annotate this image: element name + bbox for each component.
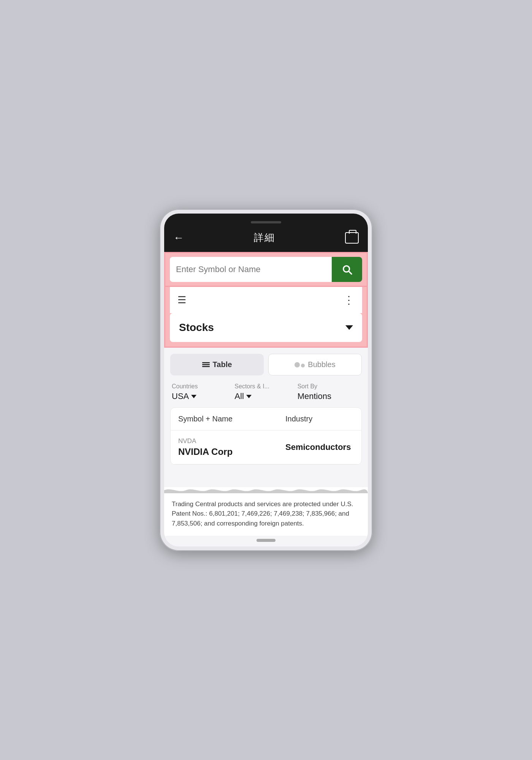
table-row[interactable]: NVDA NVIDIA Corp Semiconductors [171, 431, 361, 464]
hamburger-menu-button[interactable]: ☰ [174, 287, 189, 313]
table-view-label: Table [213, 360, 232, 369]
search-icon [341, 263, 353, 276]
wavy-divider [164, 487, 368, 493]
sectors-filter-value[interactable]: All [234, 391, 297, 401]
sectors-dropdown-arrow-icon [246, 395, 252, 398]
sortby-filter-value[interactable]: Mentions [298, 391, 360, 401]
col2-header: Industry [285, 415, 354, 423]
table-header: Symbol + Name Industry [171, 408, 361, 431]
more-options-button[interactable]: ⋮ [340, 287, 358, 313]
sectors-filter[interactable]: Sectors & I... All [234, 383, 297, 401]
back-button[interactable]: ← [173, 232, 184, 244]
sectors-filter-label: Sectors & I... [234, 383, 297, 390]
stock-ticker: NVDA [178, 437, 285, 445]
bubbles-view-icon [294, 362, 305, 367]
home-pill [256, 539, 276, 542]
filters-row: Countries USA Sectors & I... All Sort By [170, 383, 362, 401]
page-title: 詳細 [254, 231, 275, 244]
countries-filter-label: Countries [172, 383, 234, 390]
table-view-icon [202, 362, 210, 367]
bubbles-view-button[interactable]: Bubbles [268, 354, 362, 375]
search-row [170, 257, 362, 282]
stocks-highlight-area: Stocks [164, 313, 368, 348]
bubbles-view-label: Bubbles [308, 360, 335, 369]
notch-bar [164, 214, 368, 225]
device-screen: ← 詳細 ☰ ⋮ [164, 214, 368, 546]
view-toggle: Table Bubbles [170, 354, 362, 375]
search-input[interactable] [170, 258, 332, 281]
countries-filter[interactable]: Countries USA [172, 383, 234, 401]
footer-text: Trading Central products and services ar… [172, 499, 360, 529]
stocks-dropdown[interactable]: Stocks [170, 313, 362, 342]
wallet-icon[interactable] [345, 232, 359, 244]
table-view-button[interactable]: Table [170, 354, 264, 375]
data-table: Symbol + Name Industry NVDA NVIDIA Corp … [170, 407, 362, 465]
notch-pill [251, 221, 281, 223]
device-frame: ← 詳細 ☰ ⋮ [160, 209, 372, 551]
search-highlight-area [164, 252, 368, 287]
stocks-dropdown-arrow-icon [345, 325, 353, 330]
stock-industry: Semiconductors [285, 442, 354, 452]
search-button[interactable] [332, 257, 362, 282]
col1-header: Symbol + Name [178, 415, 285, 423]
main-content: Table Bubbles Countries USA [164, 348, 368, 487]
sortby-filter[interactable]: Sort By Mentions [298, 383, 360, 401]
header: ← 詳細 [164, 225, 368, 252]
stock-name: NVIDIA Corp [178, 446, 285, 457]
stock-info: NVDA NVIDIA Corp [178, 437, 285, 457]
home-indicator [164, 536, 368, 546]
stocks-dropdown-label: Stocks [179, 321, 214, 334]
sortby-filter-label: Sort By [298, 383, 360, 390]
footer-text-area: Trading Central products and services ar… [164, 493, 368, 536]
countries-dropdown-arrow-icon [191, 395, 196, 398]
countries-filter-value[interactable]: USA [172, 391, 234, 401]
